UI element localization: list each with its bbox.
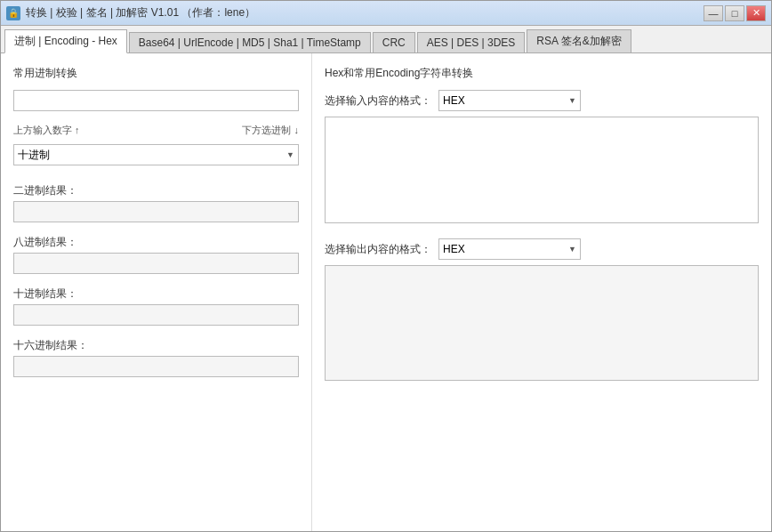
decimal-label: 十进制结果： <box>13 286 299 302</box>
title-bar-left: 🔒 转换 | 校验 | 签名 | 加解密 V1.01 （作者：lene） <box>6 5 255 20</box>
tab-bar: 进制 | Encoding - Hex Base64 | UrlEncode |… <box>1 26 771 53</box>
left-panel: 常用进制转换 上方输入数字 ↑ 下方选进制 ↓ 十进制 二进制 八进制 十六进制… <box>1 53 312 531</box>
tab-jz[interactable]: 进制 | Encoding - Hex <box>4 29 127 53</box>
output-format-label: 选择输出内容的格式： <box>325 242 431 257</box>
right-panel: Hex和常用Encoding字符串转换 选择输入内容的格式： HEX UTF-8… <box>312 53 771 531</box>
hex-label: 十六进制结果： <box>13 338 299 353</box>
encoding-input-textarea[interactable] <box>325 117 759 223</box>
close-button[interactable]: ✕ <box>746 5 766 21</box>
window-controls: — □ ✕ <box>704 5 766 21</box>
tab-base64[interactable]: Base64 | UrlEncode | MD5 | Sha1 | TimeSt… <box>129 32 371 52</box>
input-format-wrapper[interactable]: HEX UTF-8 ASCII Base64 <box>438 90 581 111</box>
direction-hint: 上方输入数字 ↑ 下方选进制 ↓ <box>13 124 299 137</box>
minimize-button[interactable]: — <box>704 5 723 21</box>
hex-result-input[interactable] <box>13 356 299 377</box>
input-format-dropdown[interactable]: HEX UTF-8 ASCII Base64 <box>438 90 581 111</box>
maximize-button[interactable]: □ <box>725 5 744 21</box>
left-section-title: 常用进制转换 <box>13 66 299 81</box>
encoding-output-textarea[interactable] <box>325 265 759 381</box>
octal-label: 八进制结果： <box>13 235 299 250</box>
tab-rsa[interactable]: RSA 签名&加解密 <box>527 29 631 52</box>
output-format-row: 选择输出内容的格式： HEX UTF-8 ASCII Base64 <box>325 238 759 260</box>
title-bar: 🔒 转换 | 校验 | 签名 | 加解密 V1.01 （作者：lene） — □… <box>1 1 771 26</box>
right-section-title: Hex和常用Encoding字符串转换 <box>325 66 759 81</box>
binary-result-input[interactable] <box>13 201 299 222</box>
decimal-result-row: 十进制结果： <box>13 286 299 326</box>
hex-result-row: 十六进制结果： <box>13 338 299 377</box>
base-dropdown[interactable]: 十进制 二进制 八进制 十六进制 <box>13 144 299 165</box>
content-area: 常用进制转换 上方输入数字 ↑ 下方选进制 ↓ 十进制 二进制 八进制 十六进制… <box>1 53 771 531</box>
tab-aes[interactable]: AES | DES | 3DES <box>417 32 526 52</box>
output-format-wrapper[interactable]: HEX UTF-8 ASCII Base64 <box>438 238 581 260</box>
base-select-wrapper[interactable]: 十进制 二进制 八进制 十六进制 <box>13 144 299 165</box>
binary-label: 二进制结果： <box>13 183 299 198</box>
direction-down-label: 下方选进制 ↓ <box>242 124 299 137</box>
input-format-row: 选择输入内容的格式： HEX UTF-8 ASCII Base64 <box>325 90 759 111</box>
output-format-dropdown[interactable]: HEX UTF-8 ASCII Base64 <box>438 238 581 260</box>
window-title: 转换 | 校验 | 签名 | 加解密 V1.01 （作者：lene） <box>26 5 255 20</box>
main-window: 🔒 转换 | 校验 | 签名 | 加解密 V1.01 （作者：lene） — □… <box>0 0 772 532</box>
binary-result-row: 二进制结果： <box>13 183 299 222</box>
input-format-label: 选择输入内容的格式： <box>325 93 431 109</box>
decimal-result-input[interactable] <box>13 304 299 326</box>
direction-up-label: 上方输入数字 ↑ <box>13 124 80 137</box>
number-input[interactable] <box>13 90 299 111</box>
octal-result-input[interactable] <box>13 253 299 274</box>
octal-result-row: 八进制结果： <box>13 235 299 274</box>
app-icon: 🔒 <box>6 6 20 20</box>
tab-crc[interactable]: CRC <box>373 32 415 52</box>
